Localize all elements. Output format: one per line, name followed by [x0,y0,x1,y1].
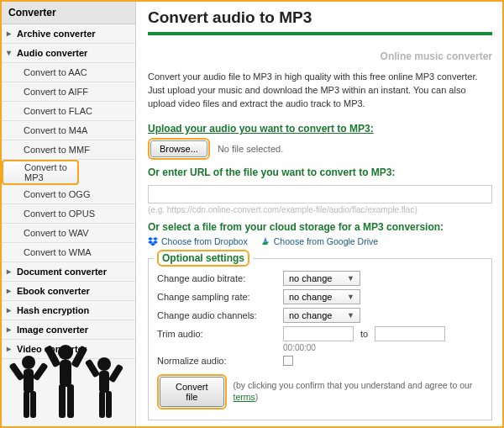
chevron-down-icon: ▼ [347,274,354,283]
browse-highlight: Browse... [148,138,210,160]
url-input[interactable] [148,185,492,203]
trim-start-input[interactable] [283,326,354,341]
svg-rect-1 [24,369,34,393]
svg-rect-14 [85,359,100,378]
browse-button[interactable]: Browse... [150,140,207,157]
confirm-a: (by clicking you confirm that you unders… [234,380,473,390]
subtitle: Online music converter [148,50,492,62]
sampling-value: no change [289,292,332,302]
sampling-select[interactable]: no change ▼ [283,289,360,304]
svg-rect-8 [44,345,60,367]
confirm-b: ) [255,392,259,402]
normalize-checkbox[interactable] [283,356,293,366]
dropbox-label: Choose from Dropbox [161,236,248,246]
svg-rect-13 [99,371,109,393]
trim-end-input[interactable] [375,326,445,341]
gdrive-button[interactable]: Choose from Google Drive [260,236,378,246]
channels-value: no change [289,310,332,320]
terms-link[interactable]: terms [234,392,255,402]
svg-rect-5 [30,391,36,418]
sidebar-sub-mp3[interactable]: Convert to MP3 [2,160,79,185]
upload-row: Browse... No file selected. [148,138,492,160]
svg-point-0 [22,356,35,369]
url-title: Or enter URL of the file you want to con… [148,166,492,178]
channels-label: Change audio channels: [157,310,283,320]
people-silhouette-icon [5,334,131,426]
trim-help: 00:00:00 [283,343,483,352]
sidebar-item-hash[interactable]: Hash encryption [2,301,135,320]
normalize-label: Normalize audio: [157,356,283,366]
trim-label: Trim audio: [157,329,283,339]
sidebar-sub-flac[interactable]: Convert to FLAC [2,102,135,121]
divider [148,32,492,35]
cloud-title: Or select a file from your cloud storage… [148,221,492,233]
channels-select[interactable]: no change ▼ [283,308,360,323]
optional-legend: Optional settings [154,250,253,267]
sidebar-sub-aac[interactable]: Convert to AAC [2,63,135,82]
optional-highlight: Optional settings [157,250,249,267]
svg-rect-10 [59,384,66,418]
sidebar-item-archive[interactable]: Archive converter [2,24,135,44]
sidebar-sub-mmf[interactable]: Convert to MMF [2,140,135,160]
sidebar-sub-m4a[interactable]: Convert to M4A [2,121,135,140]
sampling-label: Change sampling rate: [157,292,283,302]
url-hint: (e.g. https://cdn.online-convert.com/exa… [148,205,492,214]
gdrive-label: Choose from Google Drive [274,236,378,246]
chevron-down-icon: ▼ [347,311,354,320]
dropbox-icon [148,236,158,246]
main-content: Convert audio to MP3 Online music conver… [136,2,502,426]
convert-button[interactable]: Convert file [160,377,224,407]
svg-rect-9 [71,346,87,368]
optional-settings-box: Optional settings Change audio bitrate: … [148,258,492,420]
svg-point-6 [58,345,73,360]
confirm-text: (by clicking you confirm that you unders… [234,380,484,403]
bitrate-select[interactable]: no change ▼ [283,271,360,286]
svg-rect-17 [106,391,112,418]
upload-title: Upload your audio you want to convert to… [148,123,492,135]
sidebar-sub-aiff[interactable]: Convert to AIFF [2,82,135,102]
svg-rect-4 [24,391,29,418]
no-file-label: No file selected. [218,144,283,154]
chevron-down-icon: ▼ [347,293,354,301]
dropbox-button[interactable]: Choose from Dropbox [148,236,248,246]
gdrive-icon [260,236,270,246]
svg-rect-16 [99,391,105,418]
svg-rect-11 [67,384,74,418]
intro-text: Convert your audio file to MP3 in high q… [148,71,492,111]
app-frame: Converter Archive converter Audio conver… [0,0,504,428]
convert-highlight: Convert file [157,374,227,410]
sidebar-header: Converter [2,2,135,24]
cloud-row: Choose from Dropbox Choose from Google D… [148,236,492,248]
sidebar-sub-opus[interactable]: Convert to OPUS [2,204,135,224]
sidebar-item-ebook[interactable]: Ebook converter [2,282,135,301]
page-title: Convert audio to MP3 [148,8,492,27]
optional-legend-text: Optional settings [162,252,244,264]
trim-to: to [360,329,368,339]
sidebar-item-document[interactable]: Document converter [2,262,135,282]
sidebar-item-audio[interactable]: Audio converter [2,44,135,63]
sidebar-sub-wma[interactable]: Convert to WMA [2,243,135,262]
svg-rect-15 [108,364,123,383]
svg-point-12 [97,357,111,371]
bitrate-label: Change audio bitrate: [157,273,283,283]
bitrate-value: no change [289,273,332,283]
svg-rect-7 [60,360,71,387]
sidebar-sub-ogg[interactable]: Convert to OGG [2,185,135,204]
sidebar-sub-wav[interactable]: Convert to WAV [2,224,135,243]
sidebar: Converter Archive converter Audio conver… [2,2,136,426]
